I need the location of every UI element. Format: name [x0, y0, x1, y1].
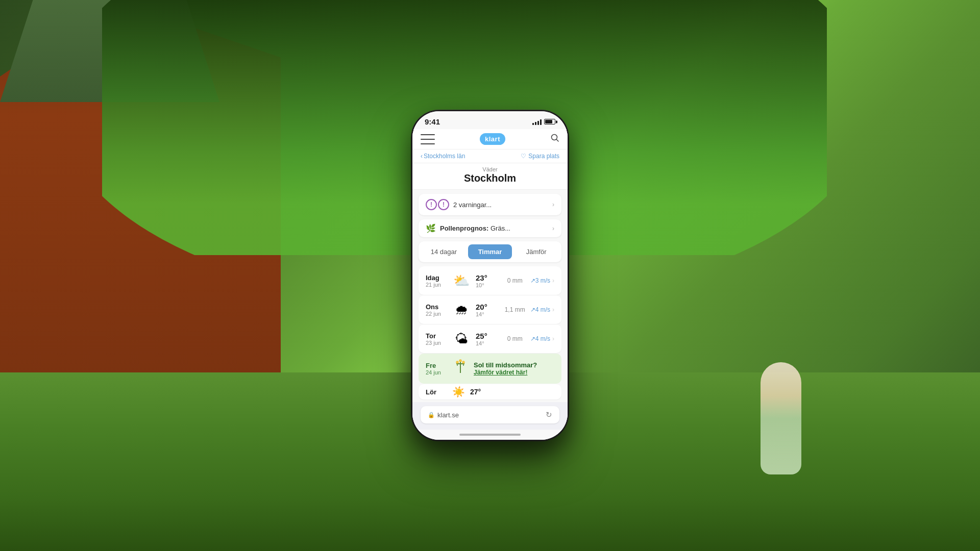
svg-point-8: [459, 360, 462, 362]
save-place-button[interactable]: ♡ Spara plats: [521, 153, 559, 160]
status-time: 9:41: [425, 117, 440, 126]
row-chevron-ons: ›: [552, 306, 554, 313]
partial-temp: 27°: [470, 388, 481, 396]
pollen-value: Gräs...: [491, 224, 510, 232]
save-place-label: Spara plats: [528, 153, 559, 160]
promo-day-info: Fre 24 jun: [426, 362, 447, 375]
phone-screen: 9:41: [412, 111, 568, 440]
wind-tor: ↗4 m/s ›: [530, 335, 554, 342]
warnings-banner[interactable]: ! ! 2 varningar... ›: [419, 194, 561, 215]
url-display: 🔒 klart.se: [428, 411, 459, 419]
promo-subtitle-link: här!: [516, 369, 528, 376]
warning-circle-2: !: [438, 199, 449, 210]
promo-subtitle: Jämför vädret här!: [474, 369, 554, 376]
app-content: klart ‹ Stockholms län: [412, 129, 568, 440]
url-input[interactable]: 🔒 klart.se ↻: [421, 406, 559, 423]
battery-icon: [544, 119, 555, 124]
day-date-idag: 21 jun: [426, 282, 447, 288]
menu-button[interactable]: [421, 134, 435, 144]
signal-icon: [532, 119, 542, 125]
row-chevron-tor: ›: [552, 335, 554, 342]
partial-day-info: Lör: [426, 388, 447, 396]
day-info-ons: Ons 22 jun: [426, 303, 447, 317]
location-header: Väder Stockholm: [412, 163, 568, 190]
temp-info-tor: 25° 14°: [476, 332, 500, 346]
pollen-chevron-icon: ›: [552, 225, 554, 232]
battery-fill: [545, 120, 552, 123]
weather-row-ons[interactable]: Ons 22 jun 🌧 20° 14° 1,1 mm ↗4 m/s: [419, 295, 561, 324]
weather-icon-tor: 🌤: [452, 330, 471, 348]
warnings-text: 2 varningar...: [453, 201, 548, 209]
svg-point-6: [456, 361, 459, 364]
promo-text-area: Sol till midsommar? Jämför vädret här!: [474, 361, 554, 376]
day-name-ons: Ons: [426, 303, 447, 311]
forecast-tabs: 14 dagar Timmar Jämför: [419, 241, 561, 262]
logo[interactable]: klart: [480, 133, 505, 145]
app-header: klart: [412, 129, 568, 149]
wind-idag: ↗3 m/s ›: [530, 277, 554, 284]
svg-line-1: [557, 140, 559, 142]
partial-weather-icon: ☀️: [452, 386, 465, 398]
temp-high-idag: 23°: [476, 273, 500, 282]
search-button[interactable]: [550, 133, 559, 145]
phone-frame: 9:41: [411, 110, 569, 441]
url-bar-area: 🔒 klart.se ↻: [412, 402, 568, 430]
promo-row-midsommar[interactable]: Fre 24 jun: [419, 354, 561, 384]
pollen-banner[interactable]: 🌿 Pollenprognos: Gräs... ›: [419, 219, 561, 237]
svg-point-7: [462, 361, 465, 364]
weather-icon-ons: 🌧: [452, 300, 471, 319]
temp-info-ons: 20° 14°: [476, 303, 500, 317]
promo-subtitle-start: Jämför vädret: [474, 369, 516, 376]
warning-circle-1: !: [426, 199, 437, 210]
signal-bar-3: [537, 121, 539, 125]
temp-low-idag: 10°: [476, 282, 500, 288]
temp-high-ons: 20°: [476, 303, 500, 311]
back-chevron-icon: ‹: [421, 153, 423, 160]
promo-midsommar-icon: [452, 359, 469, 379]
hamburger-line-1: [421, 134, 435, 135]
person-background: [761, 362, 801, 474]
weather-row-partial: Lör ☀️ 27°: [419, 384, 561, 399]
temp-low-tor: 14°: [476, 340, 500, 346]
pollen-text: Pollenprognos: Gräs...: [440, 224, 510, 232]
promo-day-date: 24 jun: [426, 369, 447, 375]
tab-timmar[interactable]: Timmar: [468, 244, 512, 259]
precip-tor: 0 mm: [505, 335, 525, 342]
day-info-idag: Idag 21 jun: [426, 274, 447, 288]
signal-bar-4: [540, 119, 542, 125]
weather-list: Idag 21 jun ⛅ 23° 10° 0 mm ↗3 m/s: [412, 266, 568, 402]
tab-jamfor[interactable]: Jämför: [514, 244, 558, 259]
hamburger-line-3: [421, 143, 435, 144]
tab-14dagar[interactable]: 14 dagar: [422, 244, 466, 259]
pollen-leaf-icon: 🌿: [426, 223, 436, 233]
home-indicator: [412, 430, 568, 440]
back-link[interactable]: ‹ Stockholms län: [421, 153, 465, 160]
lock-icon: 🔒: [428, 412, 435, 418]
temp-high-tor: 25°: [476, 332, 500, 340]
status-bar: 9:41: [412, 111, 568, 129]
hamburger-line-2: [421, 139, 435, 140]
day-name-idag: Idag: [426, 274, 447, 282]
signal-bar-1: [532, 123, 534, 125]
status-icons: [532, 119, 555, 125]
weather-row-idag[interactable]: Idag 21 jun ⛅ 23° 10° 0 mm ↗3 m/s: [419, 266, 561, 295]
wind-ons: ↗4 m/s ›: [530, 306, 554, 313]
back-link-text: Stockholms län: [424, 153, 465, 160]
day-date-tor: 23 jun: [426, 340, 447, 346]
heart-icon: ♡: [521, 153, 526, 160]
signal-bar-2: [535, 122, 536, 125]
city-name: Stockholm: [421, 172, 559, 184]
promo-title: Sol till midsommar?: [474, 361, 554, 369]
weather-icon-idag: ⛅: [452, 271, 471, 290]
phone-device: 9:41: [411, 110, 569, 441]
day-name-tor: Tor: [426, 332, 447, 340]
url-text-value: klart.se: [437, 411, 459, 419]
row-chevron-idag: ›: [552, 277, 554, 284]
reload-button[interactable]: ↻: [546, 410, 552, 419]
pollen-label: Pollenprognos:: [440, 224, 488, 232]
svg-point-0: [552, 135, 557, 140]
weather-row-tor[interactable]: Tor 23 jun 🌤 25° 14° 0 mm ↗4 m/s: [419, 324, 561, 353]
weather-label: Väder: [421, 166, 559, 172]
temp-info-idag: 23° 10°: [476, 273, 500, 288]
partial-day-name: Lör: [426, 388, 447, 396]
